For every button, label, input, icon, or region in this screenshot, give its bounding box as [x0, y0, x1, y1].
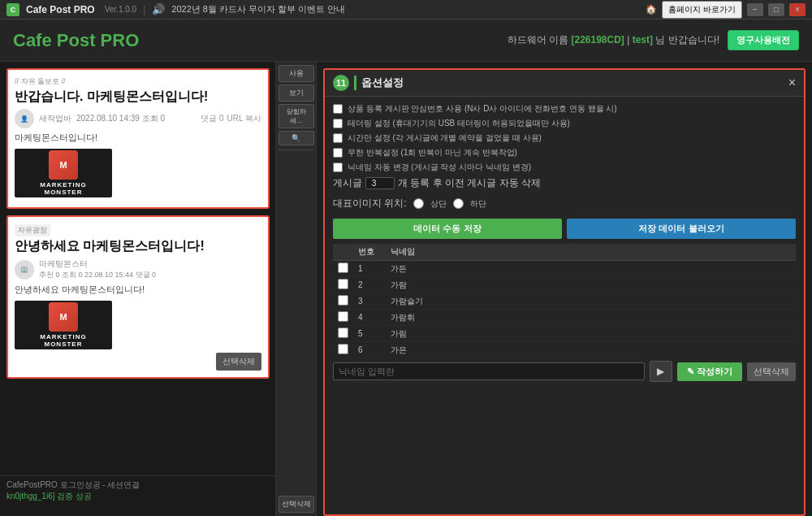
post2-image: M MARKETINGMONSTER: [15, 301, 112, 349]
option-dialog-header: 11 옵션설정 ×: [325, 70, 804, 97]
post2-tag: 자유광장: [15, 224, 50, 236]
row-num: 3: [353, 293, 386, 310]
post2-author: 마케팅몬스터: [39, 258, 156, 270]
count-input[interactable]: [365, 177, 395, 189]
nickname-add-icon-btn[interactable]: ▶: [650, 361, 672, 382]
toolbar-search-btn[interactable]: 🔍: [279, 131, 314, 145]
table-row: 6 가은: [333, 342, 796, 358]
row-checkbox-cell: [333, 342, 353, 358]
speaker-icon: 🔊: [152, 3, 165, 15]
table-row: 5 가림: [333, 326, 796, 342]
row-checkbox-cell: [333, 261, 353, 277]
option-checkbox-1[interactable]: [333, 119, 343, 128]
row-checkbox-cell: [333, 326, 353, 342]
option-checkbox-4[interactable]: [333, 163, 343, 172]
titlebar: C Cafe Post PRO Ver.1.0.0 | 🔊 2022년 8월 카…: [0, 0, 812, 20]
row-checkbox[interactable]: [338, 327, 348, 338]
row-checkbox[interactable]: [338, 295, 348, 306]
user-info: 하드웨어 이름 [226198CD] | test] 님 반갑습니다!: [508, 33, 719, 47]
app-icon: C: [6, 3, 19, 16]
data-save-btn[interactable]: 데이터 수동 저장: [333, 219, 562, 239]
post2-body: 안녕하세요 마케팅몬스터입니다!: [15, 284, 261, 296]
write-btn[interactable]: ✎ 작성하기: [677, 362, 742, 381]
count-suffix-label: 개 등록 후 이전 게시글 자동 삭제: [398, 176, 541, 190]
nickname-delete-btn[interactable]: 선택삭제: [747, 362, 796, 381]
row-checkbox[interactable]: [338, 311, 348, 322]
option-checkbox-2[interactable]: [333, 133, 343, 143]
col-nick: 닉네임: [386, 244, 796, 261]
row-checkbox-cell: [333, 310, 353, 326]
username: test]: [633, 34, 653, 46]
toolbar-delete-btn[interactable]: 선택삭제: [279, 496, 314, 513]
option-badge: 11: [333, 75, 349, 91]
row-num: 6: [353, 342, 386, 358]
app-title: Cafe Post PRO: [26, 4, 95, 15]
marketing2-text: MARKETINGMONSTER: [40, 333, 86, 348]
right-panel: 10 작업설정 음선설정 아이디 선택 kn0jthgq_1i6(네이버) ▼ …: [317, 62, 812, 516]
table-row: 3 가람슬기: [333, 293, 796, 310]
post1-body: 마케팅몬스터입니다!: [15, 132, 261, 144]
post1-comment: 댓글 0: [201, 113, 223, 124]
version-label: Ver.1.0.0: [105, 5, 136, 14]
row-checkbox[interactable]: [338, 262, 348, 273]
toolbar-view-btn[interactable]: 보기: [279, 85, 314, 102]
left-panel: // 자유 돌보로 // 반갑습니다. 마케팅몬스터입니다! 👤 새작업바 20…: [0, 62, 317, 516]
row-checkbox[interactable]: [338, 279, 348, 289]
option-label-4: 닉네임 자동 변경 (게시글 작성 시마다 닉네임 변경): [348, 162, 531, 173]
close-button[interactable]: ×: [789, 3, 806, 16]
image-pos-label: 대표이미지 위치:: [333, 197, 407, 210]
row-nick: 가림: [386, 326, 796, 342]
option-checkbox-3[interactable]: [333, 148, 343, 158]
toolbar-collapse-btn[interactable]: 닫힘하세...: [279, 104, 314, 128]
post1-image: M MARKETINGMONSTER: [15, 149, 112, 197]
nickname-input[interactable]: [333, 362, 645, 380]
image-position-row: 대표이미지 위치: 상단 하단: [333, 197, 796, 210]
col-num: 번호: [353, 244, 386, 261]
option-row-2: 시간만 설정 (각 게시글에 개별 예약을 걸었을 때 사용): [333, 132, 796, 144]
option-checkbox-0[interactable]: [333, 104, 343, 114]
post-card-2: 자유광장 안녕하세요 마케팅몬스터입니다! 🏢 마케팅몬스터 추천 0 조회 0…: [6, 215, 270, 379]
home-button[interactable]: 홈페이지 바로가기: [662, 1, 742, 19]
post2-avatar: 🏢: [15, 260, 34, 280]
left-toolbar: 사용 보기 닫힘하세... 🔍 선택삭제: [275, 62, 316, 516]
marketing-text: MARKETINGMONSTER: [40, 181, 86, 196]
option-close-btn[interactable]: ×: [788, 76, 796, 90]
logo-cafe: Cafe: [13, 30, 57, 50]
maximize-button[interactable]: □: [768, 3, 784, 16]
post1-avatar: 👤: [15, 109, 34, 128]
main-layout: // 자유 돌보로 // 반갑습니다. 마케팅몬스터입니다! 👤 새작업바 20…: [0, 62, 812, 516]
option-dialog: 11 옵션설정 × 상품 등록 게시판 안심번호 사용 (N사 D사 아이디에 …: [323, 68, 806, 516]
post2-delete-btn[interactable]: 선택삭제: [216, 353, 261, 371]
toolbar-use-btn[interactable]: 사용: [279, 65, 314, 82]
post2-title: 안녕하세요 마케팅몬스터입니다!: [15, 238, 261, 255]
row-nick: 가은: [386, 342, 796, 358]
notice-text: 2022년 8월 카드사 무이자 할부 이벤트 안내: [171, 3, 639, 15]
option-row-1: 테더링 설정 (휴대기기의 USB 테더링이 허용되었을때만 사용): [333, 118, 796, 129]
image-pos-bottom-radio[interactable]: [453, 198, 464, 209]
post2-meta: 🏢 마케팅몬스터 추천 0 조회 0 22.08.10 15:44 댓글 0: [15, 258, 261, 280]
row-nick: 가든: [386, 261, 796, 277]
hardware-id: [226198CD]: [571, 34, 624, 46]
logo: Cafe Post PRO: [13, 30, 139, 51]
minimize-button[interactable]: −: [747, 3, 763, 16]
table-row: 2 가람: [333, 277, 796, 293]
nickname-table-scroll[interactable]: 번호 닉네임 1 가든 2 가람 3 가람슬기 4 가람휘: [333, 244, 796, 358]
option-title: 옵션설정: [354, 76, 404, 90]
action-buttons: 데이터 수동 저장 저장 데이터 불러오기: [333, 219, 796, 239]
data-load-btn[interactable]: 저장 데이터 불러오기: [567, 219, 796, 239]
trial-button[interactable]: 영구사용배전: [728, 30, 799, 50]
count-prefix-label: 게시글: [333, 176, 362, 190]
post1-author: 새작업바: [39, 113, 71, 124]
row-num: 2: [353, 277, 386, 293]
option-label-0: 상품 등록 게시판 안심번호 사용 (N사 D사 아이디에 전화번호 연동 됐을…: [348, 103, 617, 115]
logo-post: Post: [57, 30, 101, 50]
image-pos-top-radio[interactable]: [413, 198, 424, 209]
option-count-row: 게시글 개 등록 후 이전 게시글 자동 삭제: [333, 176, 796, 190]
post1-url: URL 복사: [227, 113, 261, 124]
header-info: 하드웨어 이름 [226198CD] | test] 님 반갑습니다! 영구사용…: [508, 30, 799, 50]
option-row-4: 닉네임 자동 변경 (게시글 작성 시마다 닉네임 변경): [333, 162, 796, 173]
post-list: // 자유 돌보로 // 반갑습니다. 마케팅몬스터입니다! 👤 새작업바 20…: [0, 62, 276, 385]
table-row: 4 가람휘: [333, 310, 796, 326]
col-checkbox: [333, 244, 353, 261]
row-checkbox[interactable]: [338, 344, 348, 354]
